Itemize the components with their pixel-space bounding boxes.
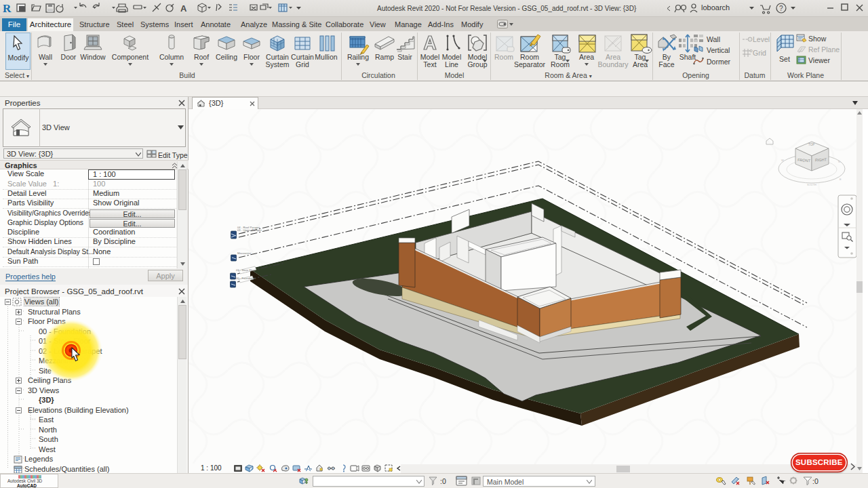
svg-text:TOP: TOP (808, 143, 814, 146)
svg-text:loboarch: loboarch (701, 3, 730, 12)
svg-text:04 - Roof Parapet: 04 - Roof Parapet (237, 226, 260, 229)
svg-text:01 - Store Floor: 01 - Store Floor (236, 268, 256, 272)
svg-text:SOUTH: SOUTH (807, 183, 816, 186)
svg-text:E: E (840, 178, 842, 181)
svg-text:?: ? (779, 5, 783, 12)
svg-text:00 - Foundation: 00 - Foundation (236, 277, 256, 280)
svg-text:R: R (3, 2, 12, 15)
svg-text:Mezzanine: Mezzanine (237, 251, 252, 255)
svg-text:N: N (838, 160, 840, 163)
svg-text:A: A (180, 3, 187, 14)
svg-text:RIGHT: RIGHT (815, 157, 827, 162)
svg-text:W: W (781, 159, 784, 162)
